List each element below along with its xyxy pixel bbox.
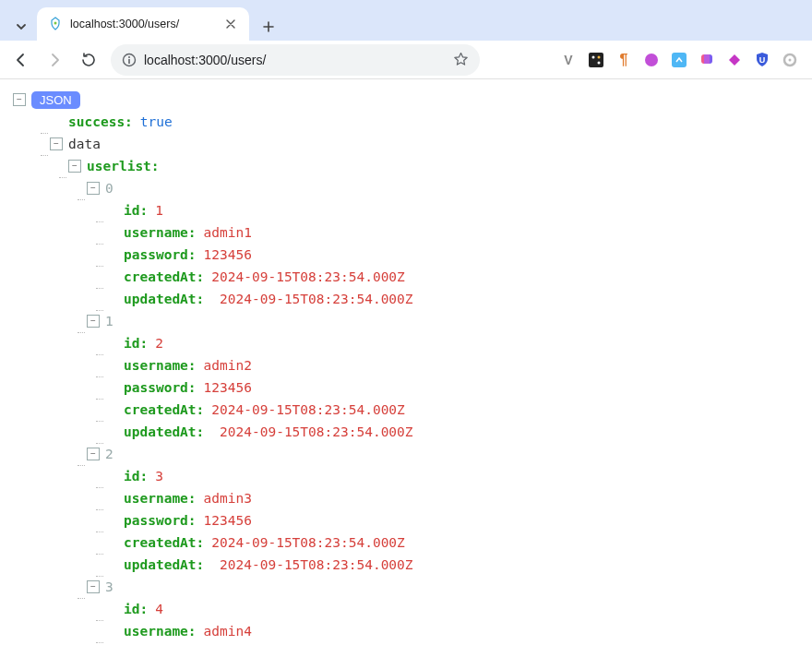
ext-paragraph-icon[interactable]: ¶: [615, 51, 633, 69]
svg-point-8: [645, 54, 658, 66]
browser-tab-active[interactable]: localhost:3000/users/: [37, 7, 249, 41]
json-root-badge: JSON: [31, 91, 80, 109]
tab-close-button[interactable]: [223, 17, 238, 31]
val-id: 1: [155, 203, 163, 218]
address-bar[interactable]: localhost:3000/users/: [111, 44, 480, 76]
val-createdat: 2024-09-15T08:23:54.000Z: [211, 535, 405, 550]
svg-rect-9: [672, 53, 687, 67]
json-viewer: − JSON · success : true − data − userlis…: [0, 79, 812, 645]
val-updatedat: 2024-09-15T08:23:54.000Z: [220, 424, 413, 439]
svg-point-2: [128, 56, 130, 58]
ext-brain-icon[interactable]: [698, 51, 716, 69]
tabs-dropdown-button[interactable]: [7, 13, 35, 41]
browser-tabstrip: localhost:3000/users/: [0, 0, 812, 41]
key-password: password: [124, 380, 188, 395]
new-tab-button[interactable]: [255, 13, 282, 41]
val-id: 4: [155, 602, 163, 616]
back-button[interactable]: [7, 46, 35, 74]
val-id: 2: [155, 336, 163, 351]
val-updatedat: 2024-09-15T08:23:54.000Z: [220, 557, 413, 572]
svg-text:U: U: [759, 55, 766, 65]
array-index: 2: [105, 447, 113, 461]
val-password: 123456: [204, 247, 252, 262]
svg-point-5: [592, 55, 595, 58]
val-updatedat: 2024-09-15T08:23:54.000Z: [220, 292, 413, 306]
svg-rect-10: [704, 54, 710, 64]
ext-shield-icon[interactable]: U: [753, 51, 771, 69]
key-id: id: [124, 203, 139, 218]
forward-button[interactable]: [41, 46, 68, 74]
svg-point-6: [598, 61, 601, 64]
svg-point-7: [598, 55, 601, 58]
val-id: 3: [155, 469, 163, 484]
collapse-toggle[interactable]: −: [13, 93, 26, 106]
svg-rect-3: [128, 59, 130, 64]
val-password: 123456: [204, 513, 252, 528]
key-updatedat: updatedAt: [124, 424, 197, 439]
key-success: success: [68, 114, 125, 129]
key-data: data: [68, 137, 101, 151]
ext-ring-icon[interactable]: [781, 51, 799, 69]
extensions-row: V ¶ U: [559, 51, 805, 69]
tab-title: localhost:3000/users/: [70, 18, 216, 30]
ext-purple-circle-icon[interactable]: [642, 51, 661, 69]
collapse-toggle[interactable]: −: [87, 448, 100, 460]
val-success: true: [140, 114, 173, 129]
val-password: 123456: [204, 380, 252, 395]
collapse-toggle[interactable]: −: [87, 580, 100, 593]
key-updatedat: updatedAt: [124, 292, 197, 306]
ext-v-icon[interactable]: V: [559, 51, 578, 69]
key-updatedat: updatedAt: [124, 557, 197, 572]
val-createdat: 2024-09-15T08:23:54.000Z: [211, 269, 405, 284]
url-text: localhost:3000/users/: [144, 53, 446, 67]
svg-rect-4: [589, 53, 603, 67]
site-info-icon[interactable]: [122, 53, 137, 67]
key-createdat: createdAt: [124, 269, 197, 284]
val-username: admin2: [204, 358, 252, 373]
val-username: admin4: [204, 624, 252, 639]
collapse-toggle[interactable]: −: [87, 182, 100, 195]
array-index: 3: [105, 579, 113, 594]
key-id: id: [124, 469, 139, 484]
key-userlist: userlist: [87, 159, 151, 173]
array-index: 1: [105, 314, 113, 328]
collapse-toggle[interactable]: −: [68, 160, 81, 173]
svg-point-13: [789, 58, 792, 61]
ext-dice-icon[interactable]: [587, 51, 605, 69]
key-password: password: [124, 513, 188, 528]
key-createdat: createdAt: [124, 402, 197, 417]
key-id: id: [124, 602, 139, 616]
svg-point-0: [54, 22, 57, 25]
ext-kite-icon[interactable]: [725, 51, 744, 69]
key-password: password: [124, 247, 188, 262]
val-username: admin1: [204, 225, 252, 240]
collapse-toggle[interactable]: −: [87, 315, 100, 328]
ext-blue-square-icon[interactable]: [670, 51, 688, 69]
key-username: username: [124, 225, 188, 240]
key-username: username: [124, 491, 188, 506]
val-username: admin3: [204, 491, 252, 506]
tab-favicon-icon: [48, 17, 63, 31]
val-createdat: 2024-09-15T08:23:54.000Z: [211, 402, 405, 417]
key-username: username: [124, 358, 188, 373]
bookmark-star-icon[interactable]: [453, 52, 469, 67]
collapse-toggle[interactable]: −: [50, 137, 63, 150]
array-index: 0: [105, 181, 113, 196]
browser-toolbar: localhost:3000/users/ V ¶ U: [0, 41, 812, 79]
key-createdat: createdAt: [124, 535, 197, 550]
key-id: id: [124, 336, 139, 351]
key-username: username: [124, 624, 188, 639]
reload-button[interactable]: [74, 46, 102, 74]
